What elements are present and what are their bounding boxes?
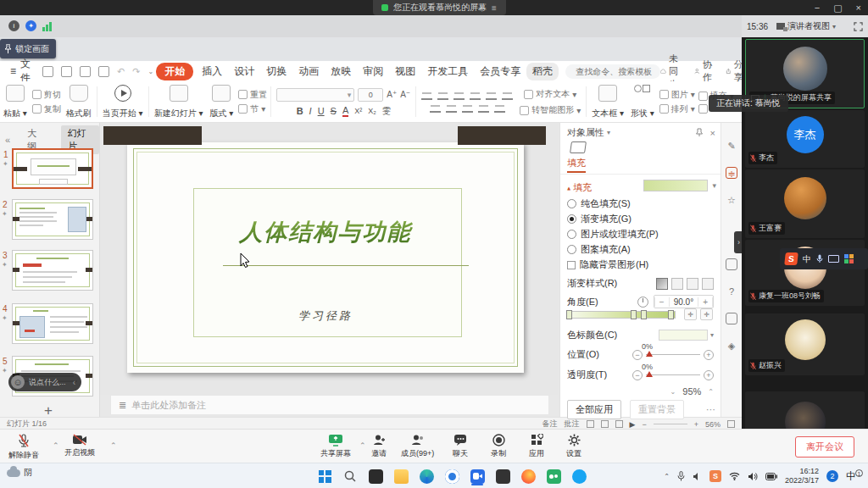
- animation-star-icon[interactable]: ☆: [726, 194, 737, 206]
- shrink-font-button[interactable]: A⁻: [400, 90, 410, 99]
- reset-background-button[interactable]: 重置背景: [630, 400, 684, 419]
- fullscreen-icon[interactable]: [854, 22, 863, 31]
- command-search[interactable]: [565, 64, 660, 79]
- help-icon[interactable]: ?: [726, 286, 737, 297]
- indent-increase-icon[interactable]: [470, 92, 481, 100]
- invite-button[interactable]: 邀请: [371, 434, 387, 459]
- emoji-icon[interactable]: ☺: [11, 375, 25, 389]
- tab-insert[interactable]: 插入: [196, 63, 228, 80]
- slide-thumbnail-1[interactable]: 1 ✦: [12, 148, 93, 189]
- tab-transition[interactable]: 切换: [260, 63, 292, 80]
- tab-docer-mini[interactable]: 稻壳: [526, 63, 559, 80]
- transparency-plus[interactable]: +: [704, 370, 714, 380]
- info-icon[interactable]: i: [8, 20, 19, 31]
- wechat-button[interactable]: [544, 467, 563, 485]
- clipboard-pane-icon[interactable]: [726, 313, 737, 324]
- option-gradient-fill[interactable]: 渐变填充(G): [567, 213, 632, 225]
- option-hide-background[interactable]: 隐藏背景图形(H): [567, 258, 648, 271]
- gradient-stop[interactable]: [641, 310, 647, 319]
- tab-animation[interactable]: 动画: [292, 63, 325, 80]
- align-right-icon[interactable]: [462, 104, 473, 113]
- taskbar-weather[interactable]: 阴: [7, 467, 32, 479]
- new-slide-button[interactable]: 新建幻灯片 ▾: [151, 81, 207, 122]
- save-icon[interactable]: [42, 66, 53, 77]
- gradient-stop[interactable]: [566, 310, 572, 319]
- angle-plus[interactable]: +: [698, 297, 713, 307]
- align-center-icon[interactable]: [446, 104, 457, 113]
- signal-bars-icon[interactable]: [42, 22, 52, 31]
- meeting-app-button[interactable]: [468, 467, 487, 485]
- strikethrough-button[interactable]: S: [331, 106, 337, 116]
- collaborate-button[interactable]: 协作: [694, 58, 715, 84]
- reset-button[interactable]: 重置: [238, 89, 267, 101]
- notification-badge[interactable]: 2: [826, 470, 838, 482]
- chat-quick-overlay[interactable]: ☺ 说点什么... ‹: [8, 373, 81, 391]
- battery-icon[interactable]: [765, 473, 777, 480]
- edge-browser-button[interactable]: [417, 467, 436, 485]
- gradient-stop[interactable]: [668, 310, 674, 319]
- ime-grid-icon[interactable]: [844, 254, 854, 263]
- qq-button[interactable]: [570, 467, 588, 485]
- italic-button[interactable]: I: [309, 106, 312, 116]
- sogou-tray-icon[interactable]: S: [709, 470, 721, 482]
- apply-all-button[interactable]: 全部应用: [567, 400, 621, 419]
- transparency-slider[interactable]: [646, 374, 700, 375]
- section-button[interactable]: 节 ▾: [238, 103, 267, 115]
- minimize-button[interactable]: −: [815, 3, 820, 13]
- format-painter-button[interactable]: 格式刷: [63, 81, 95, 122]
- volume-icon[interactable]: [748, 472, 758, 481]
- ime-toolbar-overlay[interactable]: S 中: [780, 248, 868, 269]
- slide-thumbnail-3[interactable]: 3 ✦: [12, 250, 93, 291]
- share-screen-button[interactable]: 共享屏幕: [320, 434, 351, 459]
- normal-view-icon[interactable]: [587, 420, 594, 428]
- banner-menu-icon[interactable]: ≡: [492, 3, 498, 13]
- option-solid-fill[interactable]: 纯色填充(S): [567, 197, 631, 210]
- text-effect-button[interactable]: 雯: [382, 105, 391, 117]
- picture-button[interactable]: 图片 ▾: [659, 89, 695, 101]
- brightness-down-icon[interactable]: ⌄: [670, 388, 676, 396]
- smart-graphic-button[interactable]: 转智能图形 ▾: [520, 104, 581, 116]
- slide-canvas[interactable]: 人体结构与功能 学习径路: [100, 123, 558, 395]
- textbox-button[interactable]: 文本框 ▾: [588, 81, 627, 122]
- style-brush-icon[interactable]: ✎: [726, 140, 737, 152]
- search-input[interactable]: [576, 67, 660, 76]
- gradient-stops-bar[interactable]: [567, 311, 676, 319]
- copy-button[interactable]: 复制: [32, 103, 61, 115]
- play-from-page-button[interactable]: 当页开始 ▾: [99, 81, 147, 122]
- keyboard-icon[interactable]: [828, 255, 839, 263]
- tab-developer[interactable]: 开发工具: [421, 63, 474, 80]
- tray-expand-caret[interactable]: ⌃: [664, 473, 670, 480]
- zoom-in-icon[interactable]: +: [694, 420, 698, 429]
- sogou-logo-icon[interactable]: S: [784, 252, 798, 265]
- grow-font-button[interactable]: A⁺: [387, 90, 397, 99]
- gradient-style-rect[interactable]: [687, 278, 698, 290]
- firefox-button[interactable]: [519, 467, 537, 485]
- notes-bar[interactable]: ≣ 单击此处添加备注: [110, 395, 549, 415]
- tab-home[interactable]: 开始: [156, 63, 193, 80]
- fill-gradient-swatch[interactable]: [643, 180, 708, 191]
- leave-meeting-button[interactable]: 离开会议: [795, 436, 854, 458]
- brightness-up-icon[interactable]: ⌃: [708, 388, 714, 396]
- tab-member[interactable]: 会员专享: [474, 63, 526, 80]
- layout-button[interactable]: 版式 ▾: [206, 81, 236, 122]
- align-text-button[interactable]: 对齐文本 ▾: [524, 88, 576, 100]
- font-color-button[interactable]: A: [342, 105, 348, 117]
- bullets-icon[interactable]: [421, 92, 432, 100]
- shape-button[interactable]: 形状 ▾: [627, 81, 658, 122]
- tray-speaker-icon[interactable]: [693, 472, 702, 481]
- remove-stop-button[interactable]: ✛: [700, 308, 713, 320]
- tab-slideshow[interactable]: 放映: [325, 63, 357, 80]
- option-picture-fill[interactable]: 图片或纹理填充(P): [567, 228, 659, 241]
- transparency-minus[interactable]: −: [632, 370, 643, 380]
- ime-mode-label[interactable]: 中: [803, 253, 811, 265]
- indent-decrease-icon[interactable]: [453, 92, 465, 100]
- taskbar-clock[interactable]: 16:12 2022/3/17: [785, 467, 819, 486]
- add-stop-button[interactable]: ✛: [684, 308, 697, 320]
- position-minus[interactable]: −: [632, 350, 643, 360]
- studio-app-button[interactable]: [493, 467, 512, 485]
- undo-icon[interactable]: ↶: [117, 66, 125, 77]
- numbering-icon[interactable]: [437, 92, 448, 100]
- chat-placeholder[interactable]: 说点什么...: [29, 377, 69, 388]
- stop-color-swatch[interactable]: [659, 330, 708, 341]
- view-mode-select[interactable]: 演讲者视图 ▾: [776, 20, 836, 32]
